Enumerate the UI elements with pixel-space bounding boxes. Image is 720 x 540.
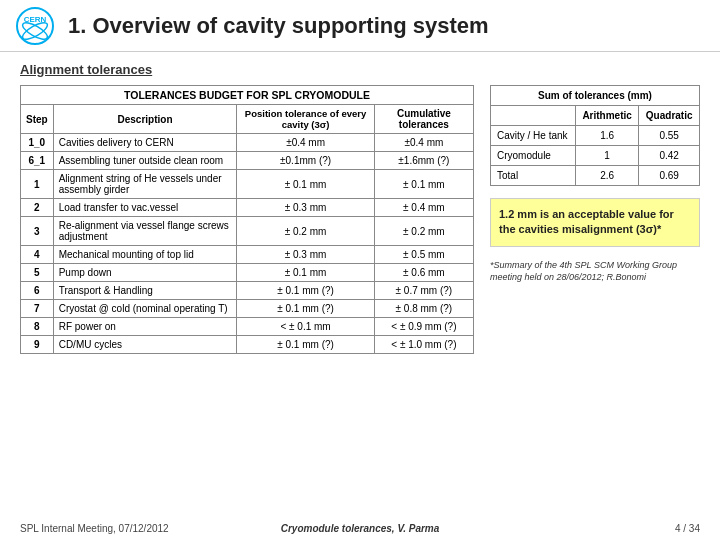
sum-col-quad: Quadratic xyxy=(639,106,700,126)
desc-cell: Cryostat @ cold (nominal operating T) xyxy=(53,300,237,318)
col-desc-header: Description xyxy=(53,105,237,134)
desc-cell: RF power on xyxy=(53,318,237,336)
step-cell: 1 xyxy=(21,170,54,199)
step-cell: 6 xyxy=(21,282,54,300)
desc-cell: Alignment string of He vessels under ass… xyxy=(53,170,237,199)
sum-arith-cell: 1 xyxy=(575,146,638,166)
tolerances-table: TOLERANCES BUDGET FOR SPL CRYOMODULE Ste… xyxy=(20,85,474,354)
pos-cell: ± 0.1 mm xyxy=(237,170,374,199)
highlight-box: 1.2 mm is an acceptable value for the ca… xyxy=(490,198,700,247)
sum-table-row: Cryomodule 1 0.42 xyxy=(491,146,700,166)
cum-cell: < ± 1.0 mm (?) xyxy=(374,336,473,354)
pos-cell: ± 0.1 mm xyxy=(237,264,374,282)
cum-cell: ± 0.8 mm (?) xyxy=(374,300,473,318)
table-row: 6 Transport & Handling ± 0.1 mm (?) ± 0.… xyxy=(21,282,474,300)
table-row: 8 RF power on < ± 0.1 mm < ± 0.9 mm (?) xyxy=(21,318,474,336)
table-row: 1 Alignment string of He vessels under a… xyxy=(21,170,474,199)
table-row: 3 Re-alignment via vessel flange screws … xyxy=(21,217,474,246)
table-row: 5 Pump down ± 0.1 mm ± 0.6 mm xyxy=(21,264,474,282)
sum-quad-cell: 0.42 xyxy=(639,146,700,166)
cum-cell: ± 0.5 mm xyxy=(374,246,473,264)
cum-cell: ± 0.4 mm xyxy=(374,199,473,217)
sum-col-label xyxy=(491,106,576,126)
desc-cell: Cavities delivery to CERN xyxy=(53,134,237,152)
table-row: 2 Load transfer to vac.vessel ± 0.3 mm ±… xyxy=(21,199,474,217)
desc-cell: Mechanical mounting of top lid xyxy=(53,246,237,264)
footnote-box: *Summary of the 4th SPL SCM Working Grou… xyxy=(490,259,700,284)
cern-logo: CERN xyxy=(16,7,54,45)
desc-cell: Assembling tuner outside clean room xyxy=(53,152,237,170)
desc-cell: Re-alignment via vessel flange screws ad… xyxy=(53,217,237,246)
footer-right: 4 / 34 xyxy=(675,523,700,534)
step-cell: 4 xyxy=(21,246,54,264)
col-step-header: Step xyxy=(21,105,54,134)
step-cell: 5 xyxy=(21,264,54,282)
table-row: 4 Mechanical mounting of top lid ± 0.3 m… xyxy=(21,246,474,264)
right-section: Sum of tolerances (mm) Arithmetic Quadra… xyxy=(490,85,700,354)
page-title: 1. Overview of cavity supporting system xyxy=(68,13,489,39)
pos-cell: ±0.1mm (?) xyxy=(237,152,374,170)
content-area: Alignment tolerances TOLERANCES BUDGET F… xyxy=(0,52,720,364)
pos-cell: ± 0.1 mm (?) xyxy=(237,336,374,354)
sum-table: Sum of tolerances (mm) Arithmetic Quadra… xyxy=(490,85,700,186)
sum-col-arith: Arithmetic xyxy=(575,106,638,126)
table-row: 9 CD/MU cycles ± 0.1 mm (?) < ± 1.0 mm (… xyxy=(21,336,474,354)
table-row: 6_1 Assembling tuner outside clean room … xyxy=(21,152,474,170)
left-section: TOLERANCES BUDGET FOR SPL CRYOMODULE Ste… xyxy=(20,85,474,354)
sum-table-row: Cavity / He tank 1.6 0.55 xyxy=(491,126,700,146)
table-row: 1_0 Cavities delivery to CERN ±0.4 mm ±0… xyxy=(21,134,474,152)
col-cum-header: Cumulative tolerances xyxy=(374,105,473,134)
step-cell: 2 xyxy=(21,199,54,217)
sum-label-cell: Cryomodule xyxy=(491,146,576,166)
sum-table-row: Total 2.6 0.69 xyxy=(491,166,700,186)
step-cell: 3 xyxy=(21,217,54,246)
sum-arith-cell: 2.6 xyxy=(575,166,638,186)
pos-cell: ± 0.1 mm (?) xyxy=(237,300,374,318)
pos-cell: ± 0.2 mm xyxy=(237,217,374,246)
sum-label-cell: Total xyxy=(491,166,576,186)
main-area: TOLERANCES BUDGET FOR SPL CRYOMODULE Ste… xyxy=(20,85,700,354)
desc-cell: CD/MU cycles xyxy=(53,336,237,354)
step-cell: 6_1 xyxy=(21,152,54,170)
cum-cell: ±0.4 mm xyxy=(374,134,473,152)
pos-cell: < ± 0.1 mm xyxy=(237,318,374,336)
pos-cell: ± 0.1 mm (?) xyxy=(237,282,374,300)
cum-cell: ± 0.2 mm xyxy=(374,217,473,246)
footer-center: Cryomodule tolerances, V. Parma xyxy=(281,523,440,534)
step-cell: 1_0 xyxy=(21,134,54,152)
section-title: Alignment tolerances xyxy=(20,62,700,77)
table-row: 7 Cryostat @ cold (nominal operating T) … xyxy=(21,300,474,318)
table-title: TOLERANCES BUDGET FOR SPL CRYOMODULE xyxy=(21,86,474,105)
desc-cell: Pump down xyxy=(53,264,237,282)
desc-cell: Transport & Handling xyxy=(53,282,237,300)
step-cell: 7 xyxy=(21,300,54,318)
cum-cell: ± 0.6 mm xyxy=(374,264,473,282)
cum-cell: ± 0.1 mm xyxy=(374,170,473,199)
sum-arith-cell: 1.6 xyxy=(575,126,638,146)
cum-cell: < ± 0.9 mm (?) xyxy=(374,318,473,336)
header: CERN 1. Overview of cavity supporting sy… xyxy=(0,0,720,52)
sum-quad-cell: 0.69 xyxy=(639,166,700,186)
sum-label-cell: Cavity / He tank xyxy=(491,126,576,146)
col-pos-header: Position tolerance of every cavity (3σ) xyxy=(237,105,374,134)
cum-cell: ± 0.7 mm (?) xyxy=(374,282,473,300)
pos-cell: ± 0.3 mm xyxy=(237,246,374,264)
step-cell: 8 xyxy=(21,318,54,336)
footer-left: SPL Internal Meeting, 07/12/2012 xyxy=(20,523,169,534)
sum-quad-cell: 0.55 xyxy=(639,126,700,146)
desc-cell: Load transfer to vac.vessel xyxy=(53,199,237,217)
cum-cell: ±1.6mm (?) xyxy=(374,152,473,170)
pos-cell: ± 0.3 mm xyxy=(237,199,374,217)
step-cell: 9 xyxy=(21,336,54,354)
pos-cell: ±0.4 mm xyxy=(237,134,374,152)
sum-table-header: Sum of tolerances (mm) xyxy=(491,86,700,106)
